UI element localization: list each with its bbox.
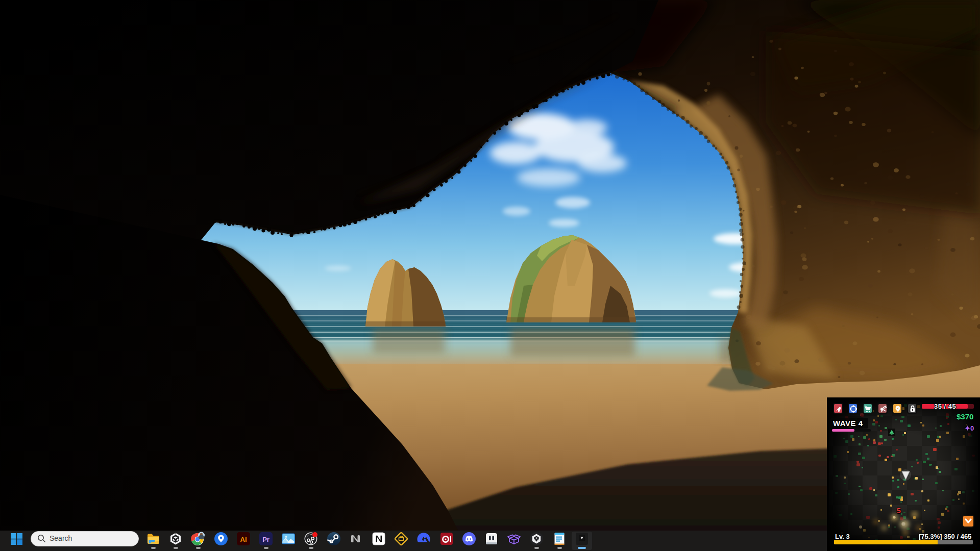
svg-text:Ai: Ai <box>240 536 247 543</box>
svg-text:Pr: Pr <box>262 536 270 543</box>
